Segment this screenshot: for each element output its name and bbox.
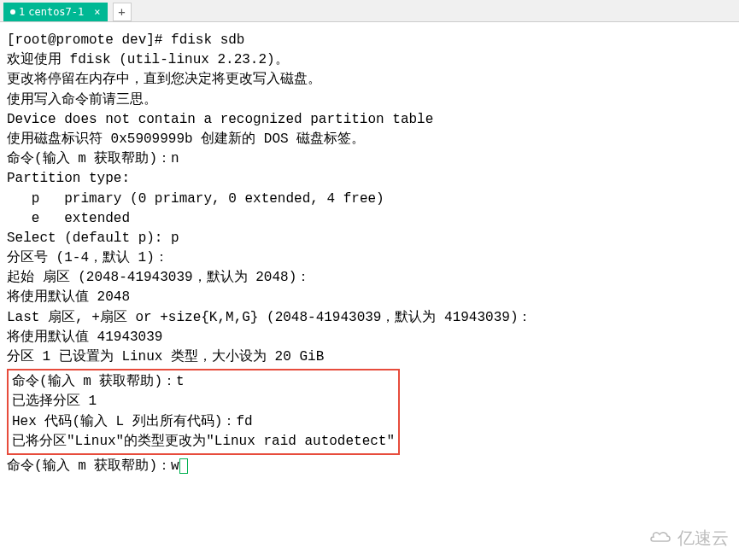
watermark-text: 亿速云 (677, 528, 729, 547)
terminal-line: Last 扇区, +扇区 or +size{K,M,G} (2048-41943… (7, 308, 732, 328)
terminal-line: 更改将停留在内存中，直到您决定将更改写入磁盘。 (7, 70, 732, 90)
terminal-line: 命令(输入 m 获取帮助)：n (7, 149, 732, 169)
tab-bar: 1 centos7-1 × + (0, 0, 739, 22)
terminal-line: 分区号 (1-4，默认 1)： (7, 248, 732, 268)
new-tab-button[interactable]: + (113, 3, 132, 21)
terminal-line: 已将分区"Linux"的类型更改为"Linux raid autodetect" (12, 432, 395, 452)
terminal-line: 命令(输入 m 获取帮助)：t (12, 372, 395, 392)
terminal-line: p primary (0 primary, 0 extended, 4 free… (7, 190, 732, 209)
cloud-icon (648, 529, 672, 549)
terminal-output[interactable]: [root@promote dev]# fdisk sdb 欢迎使用 fdisk… (0, 22, 739, 485)
terminal-line: [root@promote dev]# fdisk sdb (7, 31, 732, 50)
terminal-line: Partition type: (7, 169, 732, 189)
tab-number: 1 (19, 6, 25, 18)
highlighted-section: 命令(输入 m 获取帮助)：t 已选择分区 1 Hex 代码(输入 L 列出所有… (7, 369, 400, 455)
close-icon[interactable]: × (94, 6, 100, 18)
terminal-line: 使用磁盘标识符 0x5909999b 创建新的 DOS 磁盘标签。 (7, 130, 732, 149)
terminal-line: Select (default p): p (7, 229, 732, 248)
terminal-line: 欢迎使用 fdisk (util-linux 2.23.2)。 (7, 50, 732, 70)
terminal-cmd-w: 命令(输入 m 获取帮助)：w (7, 458, 179, 474)
terminal-line: Device does not contain a recognized par… (7, 110, 732, 130)
terminal-line: e extended (7, 209, 732, 229)
terminal-line-last: 命令(输入 m 获取帮助)：w (7, 457, 732, 476)
terminal-line: 将使用默认值 2048 (7, 288, 732, 307)
tab-centos7-1[interactable]: 1 centos7-1 × (3, 3, 108, 21)
tab-indicator-icon (10, 9, 15, 15)
terminal-line: 将使用默认值 41943039 (7, 328, 732, 347)
terminal-line: Hex 代码(输入 L 列出所有代码)：fd (12, 412, 395, 432)
tab-label: centos7-1 (28, 6, 84, 18)
terminal-line: 已选择分区 1 (12, 392, 395, 411)
cursor-icon (179, 458, 188, 474)
terminal-line: 起始 扇区 (2048-41943039，默认为 2048)： (7, 268, 732, 288)
terminal-line: 分区 1 已设置为 Linux 类型，大小设为 20 GiB (7, 347, 732, 367)
watermark: 亿速云 (648, 527, 729, 550)
terminal-line: 使用写入命令前请三思。 (7, 90, 732, 110)
plus-icon: + (118, 5, 125, 19)
